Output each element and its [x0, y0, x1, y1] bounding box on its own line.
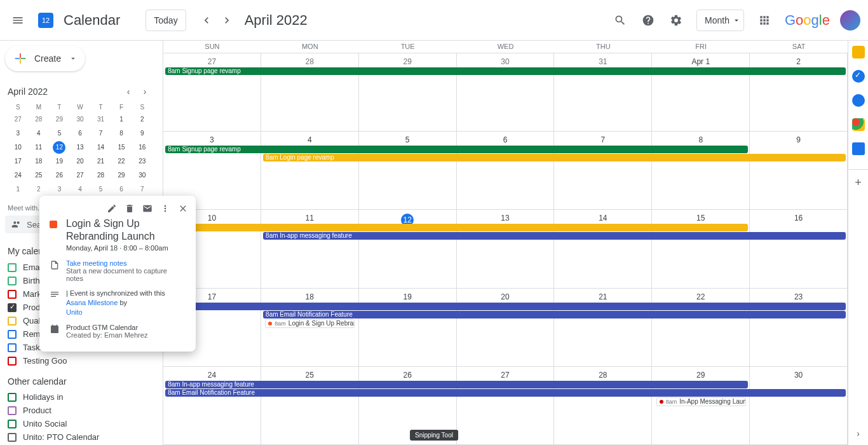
mini-day[interactable]: 2 — [32, 183, 45, 196]
mini-day[interactable]: 5 — [53, 127, 65, 140]
mini-day[interactable]: 20 — [74, 155, 86, 168]
mini-day[interactable]: 27 — [74, 169, 86, 182]
email-guests-button[interactable] — [139, 200, 156, 217]
day-cell[interactable]: 8 — [652, 132, 750, 209]
event-bar[interactable] — [165, 303, 846, 310]
mini-day[interactable]: 29 — [53, 113, 65, 126]
event-bar[interactable] — [165, 224, 748, 231]
calendar-item[interactable]: Testing Goo — [5, 354, 153, 367]
edit-event-button[interactable] — [103, 200, 121, 217]
calendar-checkbox[interactable] — [8, 330, 17, 339]
day-cell[interactable]: 29 — [359, 53, 457, 131]
day-cell[interactable]: 27 — [457, 367, 555, 444]
calendar-checkbox[interactable] — [8, 433, 17, 442]
calendar-item[interactable]: Unito: PTO Calendar — [5, 430, 153, 444]
day-cell[interactable]: 6 — [457, 132, 555, 209]
mini-day[interactable]: 11 — [32, 141, 45, 154]
day-cell[interactable]: 13 — [457, 210, 555, 287]
mini-day[interactable]: 6 — [74, 127, 86, 140]
mini-day[interactable]: 21 — [95, 155, 107, 168]
mini-day[interactable]: 6 — [115, 183, 128, 196]
day-cell[interactable]: 4 — [261, 132, 359, 209]
day-cell[interactable]: 30 — [457, 53, 555, 131]
event-bar[interactable]: 8am Login page revamp — [263, 154, 846, 161]
mini-day[interactable]: 16 — [136, 141, 149, 154]
day-cell[interactable]: 20 — [457, 289, 555, 366]
asana-link[interactable]: Asana Milestone — [66, 299, 118, 306]
calendar-item[interactable]: Unito Social — [5, 417, 153, 430]
mini-day[interactable]: 2 — [136, 113, 149, 126]
mini-day[interactable]: 3 — [53, 183, 65, 196]
day-cell[interactable]: 11 — [261, 210, 359, 287]
apps-icon[interactable] — [752, 8, 777, 33]
mini-day[interactable]: 1 — [115, 113, 128, 126]
day-cell[interactable]: 30 — [750, 367, 848, 444]
calendar-item[interactable]: Holidays in — [5, 390, 153, 404]
mini-day[interactable]: 7 — [95, 127, 107, 140]
account-avatar[interactable] — [840, 10, 860, 31]
event-bar[interactable]: 8am In-app messaging feature — [263, 232, 846, 240]
mini-day[interactable]: 23 — [136, 155, 149, 168]
calendar-checkbox[interactable] — [8, 420, 17, 428]
event-bar[interactable]: 8am Email Notification Feature — [263, 311, 846, 318]
calendar-item[interactable]: Product — [5, 404, 153, 417]
search-icon[interactable] — [607, 8, 633, 33]
calendar-checkbox[interactable] — [8, 303, 17, 312]
chat-icon[interactable] — [852, 142, 865, 155]
day-cell[interactable]: 2 — [750, 53, 848, 131]
main-menu-button[interactable] — [5, 8, 31, 33]
day-cell[interactable]: 15 — [652, 210, 750, 287]
mini-day[interactable]: 15 — [115, 141, 128, 154]
mini-day[interactable]: 14 — [95, 141, 107, 154]
other-calendars-toggle[interactable]: Other calendar — [5, 373, 153, 390]
unito-link[interactable]: Unito — [66, 308, 83, 316]
mini-day[interactable]: 24 — [11, 169, 24, 182]
mini-day[interactable]: 1 — [11, 183, 24, 196]
event-bar[interactable]: 8am Signup page revamp — [165, 67, 846, 75]
help-icon[interactable] — [635, 8, 661, 33]
mini-prev-button[interactable]: ‹ — [121, 84, 136, 99]
keep-icon[interactable] — [852, 46, 865, 58]
day-cell[interactable]: 7 — [554, 132, 652, 209]
calendar-checkbox[interactable] — [8, 317, 17, 325]
mini-day[interactable]: 31 — [95, 113, 107, 126]
more-options-button[interactable] — [156, 200, 174, 217]
prev-month-button[interactable] — [196, 10, 217, 31]
day-cell[interactable]: Apr 1 — [652, 53, 750, 131]
event-chip[interactable]: 8amLogin & Sign Up Rebranding Launch — [265, 319, 355, 328]
mini-day[interactable]: 19 — [53, 155, 65, 168]
mini-next-button[interactable]: › — [137, 84, 153, 99]
collapse-panel-icon[interactable]: › — [857, 428, 860, 439]
day-cell[interactable]: 24 — [163, 367, 261, 444]
delete-event-button[interactable] — [121, 200, 139, 217]
next-month-button[interactable] — [217, 10, 237, 31]
mini-day[interactable]: 28 — [32, 113, 45, 126]
day-cell[interactable]: 22 — [652, 289, 750, 366]
calendar-checkbox[interactable] — [8, 357, 17, 366]
mini-day[interactable]: 22 — [115, 155, 128, 168]
view-selector[interactable]: Month — [696, 10, 744, 31]
day-cell[interactable]: 19 — [359, 289, 457, 366]
mini-day[interactable]: 12 — [53, 141, 65, 154]
event-bar[interactable]: 8am In-app messaging feature — [165, 381, 748, 388]
mini-day[interactable]: 27 — [11, 113, 24, 126]
mini-day[interactable]: 18 — [32, 155, 45, 168]
mini-day[interactable]: 17 — [11, 155, 24, 168]
calendar-checkbox[interactable] — [8, 263, 17, 272]
contacts-icon[interactable] — [852, 94, 865, 107]
mini-day[interactable]: 26 — [53, 169, 65, 182]
day-cell[interactable]: 23 — [750, 289, 848, 366]
mini-day[interactable]: 8 — [115, 127, 128, 140]
event-chip[interactable]: 8amIn-App Messaging Launch — [656, 397, 746, 406]
day-cell[interactable]: 21 — [554, 289, 652, 366]
mini-day[interactable]: 4 — [74, 183, 86, 196]
mini-day[interactable]: 30 — [74, 113, 86, 126]
today-button[interactable]: Today — [146, 10, 186, 31]
maps-icon[interactable] — [852, 118, 865, 131]
mini-day[interactable]: 9 — [136, 127, 149, 140]
mini-day[interactable]: 4 — [32, 127, 45, 140]
calendar-checkbox[interactable] — [8, 277, 17, 285]
calendar-checkbox[interactable] — [8, 290, 17, 299]
mini-day[interactable]: 28 — [95, 169, 107, 182]
day-cell[interactable]: 14 — [554, 210, 652, 287]
